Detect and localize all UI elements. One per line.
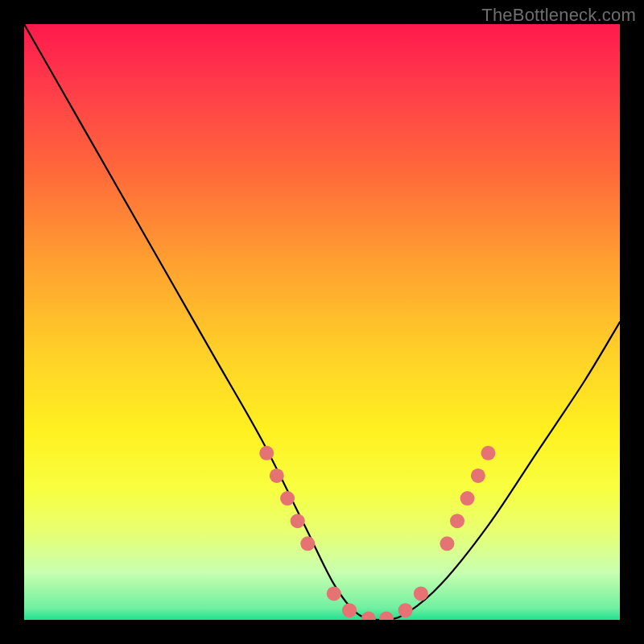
marker-dot [440,536,454,551]
marker-dot [280,491,295,506]
marker-dot [342,603,357,617]
marker-dot [300,536,315,551]
marker-dot [414,586,428,601]
marker-dot [450,514,464,528]
marker-dots [259,446,495,620]
marker-dot [398,603,413,617]
watermark-text: TheBottleneck.com [481,5,636,26]
marker-dot [361,612,376,620]
marker-dot [460,491,475,506]
marker-dot [379,612,394,620]
marker-dot [270,469,284,483]
marker-dot [291,514,305,528]
curve-layer [24,24,620,620]
bottleneck-curve [24,24,620,620]
marker-dot [327,586,341,601]
chart-frame: TheBottleneck.com [0,0,644,644]
marker-dot [471,469,485,483]
marker-dot [259,446,274,460]
plot-area [24,24,620,620]
marker-dot [481,446,495,460]
